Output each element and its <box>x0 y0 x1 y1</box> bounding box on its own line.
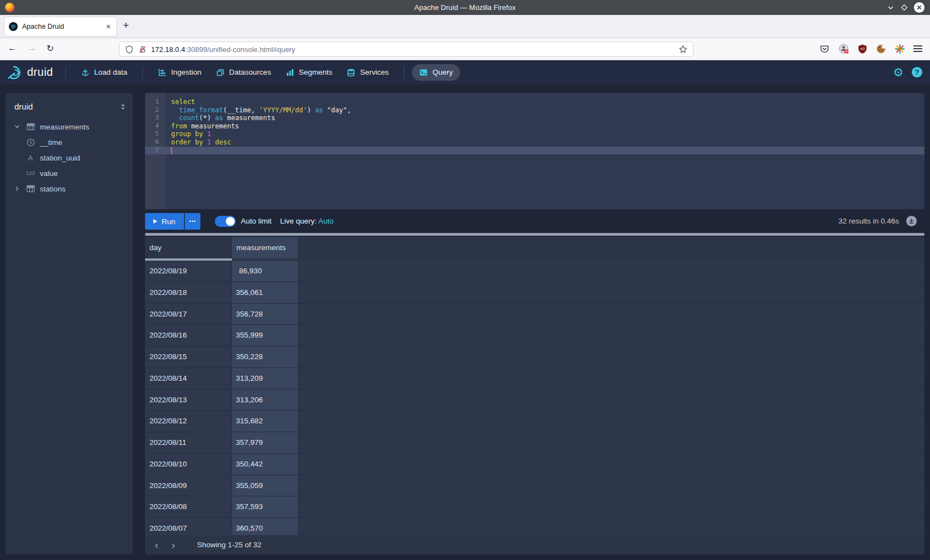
cell-measurements[interactable]: 357,979 <box>232 432 298 453</box>
caret-double-icon[interactable] <box>120 103 126 111</box>
run-button[interactable]: Run <box>145 213 184 230</box>
run-more-button[interactable]: ••• <box>185 213 200 230</box>
new-tab-button[interactable]: + <box>123 19 129 32</box>
extension-disabled-icon[interactable] <box>838 43 849 54</box>
tree-item-time[interactable]: __time <box>6 134 133 150</box>
cell-day[interactable]: 2022/08/08 <box>145 496 232 517</box>
cell-day[interactable]: 2022/08/14 <box>145 368 232 389</box>
cell-day[interactable]: 2022/08/16 <box>145 325 232 346</box>
nav-item-query[interactable]: Query <box>412 64 460 81</box>
cell-measurements[interactable]: 313,209 <box>232 368 298 389</box>
back-button[interactable]: ← <box>8 43 17 53</box>
tab-bar: Apache Druid × + <box>0 15 930 38</box>
nav-item-label: Segments <box>299 68 333 76</box>
splitter-handle[interactable] <box>145 233 924 236</box>
cell-value: 315,682 <box>236 411 263 432</box>
nav-item-segments[interactable]: Segments <box>278 64 340 81</box>
menu-icon[interactable] <box>913 44 922 54</box>
tree-item-stations[interactable]: stations <box>6 181 133 196</box>
column-header-measurements[interactable]: measurements <box>232 237 298 258</box>
cell-day[interactable]: 2022/08/10 <box>145 454 232 475</box>
nav-item-load-data[interactable]: Load data <box>74 64 135 81</box>
cell-value: 355,999 <box>236 325 263 346</box>
cell-day[interactable]: 2022/08/18 <box>145 282 232 303</box>
cell-measurements[interactable]: 357,593 <box>232 496 298 517</box>
sql-token: as <box>215 114 223 122</box>
download-results-icon[interactable] <box>906 216 917 226</box>
tab-close-icon[interactable]: × <box>105 22 112 31</box>
sql-editor[interactable]: 1234567 select time_format(__time, 'YYYY… <box>145 93 924 209</box>
cell-day[interactable]: 2022/08/19 <box>145 261 232 282</box>
nav-item-label: Datasources <box>229 68 271 76</box>
sql-line[interactable]: select <box>171 98 924 106</box>
cell-measurements[interactable]: 313,206 <box>232 390 298 411</box>
cell-measurements[interactable]: 86,930 <box>232 261 298 282</box>
cell-day[interactable]: 2022/08/17 <box>145 304 232 325</box>
sql-line[interactable] <box>171 147 924 155</box>
live-query-label[interactable]: Live query: Auto <box>280 213 334 230</box>
sql-token <box>203 130 207 138</box>
cell-measurements[interactable]: 315,682 <box>232 411 298 432</box>
forward-button[interactable]: → <box>27 43 36 53</box>
ublock-origin-icon[interactable]: uO <box>857 44 867 54</box>
cell-measurements[interactable]: 350,442 <box>232 454 298 475</box>
sql-token: count <box>179 114 199 122</box>
url-bar[interactable]: 172.18.0.4:30899/unified-console.html#qu… <box>119 42 694 57</box>
nav-item-datasources[interactable]: Datasources <box>209 64 278 81</box>
url-text[interactable]: 172.18.0.4:30899/unified-console.html#qu… <box>151 45 679 54</box>
column-header-day[interactable]: day <box>145 237 232 258</box>
cell-day[interactable]: 2022/08/13 <box>145 390 232 411</box>
cell-day[interactable]: 2022/08/11 <box>145 432 232 453</box>
sql-line[interactable]: from measurements <box>171 122 924 131</box>
table-body: 2022/08/1986,9302022/08/18356,0612022/08… <box>145 261 924 535</box>
shield-icon[interactable] <box>125 45 133 54</box>
query-view: druid measurements __time A station_uuid <box>0 84 930 560</box>
reload-button[interactable]: ↻ <box>46 43 54 54</box>
nav-item-ingestion[interactable]: Ingestion <box>151 64 209 81</box>
close-window-icon[interactable]: ✕ <box>914 2 924 13</box>
browser-tab[interactable]: Apache Druid × <box>4 17 116 36</box>
nav-item-label: Load data <box>94 68 127 76</box>
tree-item-value[interactable]: 123 value <box>6 165 133 181</box>
cell-day[interactable]: 2022/08/07 <box>145 518 232 535</box>
cell-measurements[interactable]: 360,570 <box>232 518 298 535</box>
help-icon[interactable]: ? <box>912 67 922 77</box>
maximize-icon[interactable] <box>901 4 908 11</box>
cell-measurements[interactable]: 356,061 <box>232 282 298 303</box>
sql-token: time_format <box>179 106 223 114</box>
druid-logo[interactable]: druid <box>8 65 53 80</box>
cell-day[interactable]: 2022/08/12 <box>145 411 232 432</box>
chevron-right-icon[interactable] <box>14 186 20 191</box>
cell-measurements[interactable]: 350,228 <box>232 346 298 367</box>
cell-measurements[interactable]: 355,059 <box>232 475 298 496</box>
cell-measurements[interactable]: 356,728 <box>232 304 298 325</box>
table-row: 2022/08/09355,059 <box>145 475 924 497</box>
schema-selector[interactable]: druid <box>14 102 33 111</box>
asterisk-extension-icon[interactable] <box>895 44 905 54</box>
cell-measurements[interactable]: 355,999 <box>232 325 298 346</box>
settings-gear-icon[interactable]: ⚙ <box>893 66 903 78</box>
chevron-down-icon[interactable] <box>14 124 20 129</box>
auto-limit-toggle[interactable] <box>215 216 236 227</box>
sql-token <box>211 138 215 146</box>
sql-line[interactable]: count(*) as measurements <box>171 114 924 122</box>
insecure-lock-icon[interactable] <box>138 45 147 54</box>
pocket-icon[interactable] <box>819 44 830 54</box>
editor-code[interactable]: select time_format(__time, 'YYYY/MM/dd')… <box>171 98 924 154</box>
cookie-extension-icon[interactable] <box>876 44 886 54</box>
run-toolbar: Run ••• Auto limit Live query: Auto 32 r… <box>145 213 924 230</box>
tree-item-station-uuid[interactable]: A station_uuid <box>6 150 133 165</box>
prev-page-button[interactable]: ‹ <box>148 535 165 554</box>
minimize-icon[interactable] <box>887 4 895 12</box>
bookmark-star-icon[interactable] <box>679 45 688 54</box>
sql-line[interactable]: time_format(__time, 'YYYY/MM/dd') as "da… <box>171 106 924 115</box>
tree-item-measurements[interactable]: measurements <box>6 119 133 134</box>
next-page-button[interactable]: › <box>165 535 182 554</box>
sql-line[interactable]: group by 1 <box>171 130 924 138</box>
cell-day[interactable]: 2022/08/15 <box>145 346 232 367</box>
cell-day[interactable]: 2022/08/09 <box>145 475 232 496</box>
tree-item-label: __time <box>40 138 63 147</box>
sql-token: order by <box>171 138 203 146</box>
nav-item-services[interactable]: Services <box>339 64 396 81</box>
sql-line[interactable]: order by 1 desc <box>171 138 924 147</box>
